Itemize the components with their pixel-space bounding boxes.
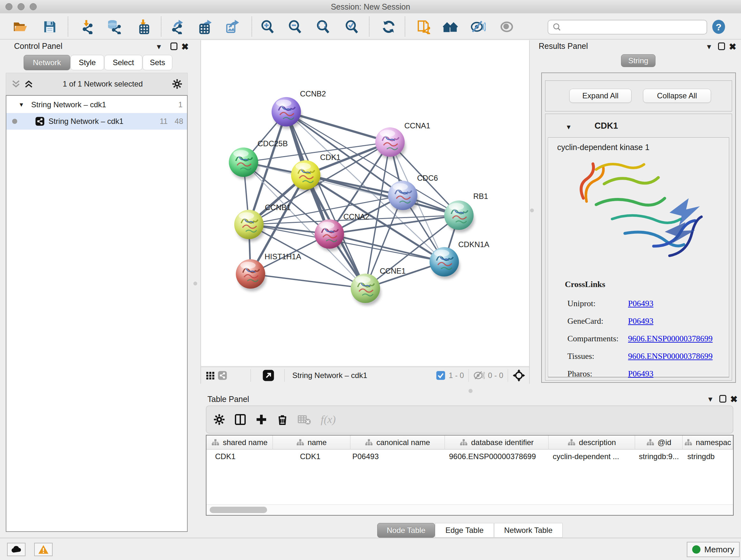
- node-label-CCNA1: CCNA1: [404, 121, 430, 130]
- zoom-out-button[interactable]: [287, 19, 302, 35]
- crosslink-value[interactable]: P06493: [628, 299, 653, 308]
- tab-edge-table[interactable]: Edge Table: [435, 523, 494, 538]
- add-column-icon[interactable]: [255, 413, 268, 426]
- edge-CCNA2-CDKN1A[interactable]: [329, 234, 444, 262]
- window-title: Session: New Session: [0, 2, 741, 11]
- results-panel-close-icon[interactable]: ✖: [729, 42, 736, 52]
- right-splitter-grip[interactable]: [530, 208, 534, 212]
- collapse-all-button[interactable]: Collapse All: [643, 89, 711, 103]
- node-CDC25B[interactable]: [229, 147, 259, 179]
- node-CDKN1A[interactable]: [429, 247, 460, 279]
- export-network-button[interactable]: [169, 19, 185, 35]
- refresh-button[interactable]: [381, 19, 396, 35]
- cell-name[interactable]: CDK1: [300, 452, 320, 461]
- tree-expander-icon[interactable]: ▼: [18, 102, 24, 108]
- node-HIST1H1A[interactable]: [236, 259, 266, 291]
- network-options-gear-icon[interactable]: [172, 78, 183, 90]
- results-panel-float-icon[interactable]: ▼: [705, 43, 713, 51]
- cell-namespac[interactable]: stringdb: [687, 452, 715, 461]
- node-CCNE1[interactable]: [351, 273, 381, 306]
- column-header-description[interactable]: description: [549, 435, 635, 449]
- eye-disabled-button: [499, 19, 515, 35]
- memory-button[interactable]: Memory: [687, 542, 740, 557]
- column-header-name[interactable]: name: [273, 435, 350, 449]
- node-label-CCNA2: CCNA2: [343, 212, 369, 221]
- zoom-selected-button[interactable]: [344, 19, 359, 35]
- import-database-button[interactable]: [106, 19, 121, 35]
- delete-column-icon[interactable]: [276, 413, 289, 426]
- cell-database-identifier[interactable]: 9606.ENSP00000378699: [449, 452, 536, 461]
- table-scrollbar-thumb[interactable]: [210, 507, 267, 513]
- control-panel-close-icon[interactable]: ✖: [181, 42, 189, 52]
- search-input[interactable]: [548, 20, 707, 35]
- export-table-button[interactable]: [197, 19, 212, 35]
- node-CCNA1[interactable]: [375, 127, 406, 159]
- cell-canonical-name[interactable]: P06493: [352, 452, 379, 461]
- selected-checkbox-icon[interactable]: [436, 371, 446, 380]
- table-panel-close-icon[interactable]: ✖: [730, 394, 738, 405]
- select-columns-icon[interactable]: [234, 413, 247, 426]
- expand-all-button[interactable]: Expand All: [569, 89, 631, 103]
- show-all-button[interactable]: [443, 19, 458, 35]
- help-button[interactable]: ?: [711, 19, 726, 35]
- tab-string[interactable]: String: [621, 54, 656, 67]
- table-horizontal-scrollbar[interactable]: [206, 504, 733, 515]
- open-file-button[interactable]: [13, 19, 28, 35]
- cell--id[interactable]: stringdb:9...: [639, 452, 679, 461]
- crosslink-value[interactable]: P06493: [628, 316, 653, 326]
- tab-select[interactable]: Select: [105, 55, 142, 70]
- fit-crosshair-icon[interactable]: [513, 369, 525, 382]
- crosslink-value[interactable]: 9606.ENSP00000378699: [628, 352, 713, 361]
- left-splitter-grip[interactable]: [193, 282, 197, 286]
- crosslink-value[interactable]: P06493: [628, 369, 653, 379]
- import-table-button[interactable]: [136, 19, 151, 35]
- edge-HIST1H1A-CCNE1[interactable]: [251, 274, 365, 288]
- table-panel-float-icon[interactable]: ▼: [707, 395, 714, 403]
- results-panel-maximize-icon[interactable]: [718, 43, 725, 50]
- crosslink-value[interactable]: 9606.ENSP00000378699: [628, 334, 713, 344]
- network-tree-row[interactable]: String Network – cdk1 11 48: [6, 113, 187, 130]
- gene-expander-icon[interactable]: ▼: [565, 124, 572, 131]
- collapse-all-icon[interactable]: [10, 78, 21, 89]
- node-CDC6[interactable]: [388, 181, 418, 212]
- node-label-RB1: RB1: [473, 192, 488, 200]
- column-header-namespac[interactable]: namespac: [683, 435, 733, 449]
- cell-shared-name[interactable]: CDK1: [215, 452, 235, 461]
- zoom-in-button[interactable]: [260, 19, 275, 35]
- edge-CCNB2-CCNE1[interactable]: [286, 112, 365, 288]
- import-network-button[interactable]: [79, 19, 94, 35]
- cloud-button[interactable]: [7, 543, 25, 556]
- column-header-database-identifier[interactable]: database identifier: [445, 435, 549, 449]
- tab-style[interactable]: Style: [71, 55, 104, 70]
- node-CCNA2[interactable]: [315, 219, 345, 251]
- tab-network[interactable]: Network: [23, 55, 70, 70]
- network-tree-collection-row[interactable]: ▼ String Network – cdk1 1: [6, 97, 187, 113]
- node-CDK1[interactable]: [291, 160, 321, 192]
- open-in-window-icon[interactable]: [262, 369, 274, 381]
- warning-button[interactable]: [34, 543, 53, 556]
- network-collection-count: 1: [179, 100, 183, 109]
- tab-network-table[interactable]: Network Table: [494, 523, 562, 538]
- table-gear-icon[interactable]: [213, 413, 226, 426]
- cell-description[interactable]: cyclin-dependent ...: [553, 452, 619, 461]
- tab-node-table[interactable]: Node Table: [377, 523, 435, 538]
- zoom-fit-button[interactable]: [315, 19, 331, 35]
- control-panel-float-icon[interactable]: ▼: [155, 43, 162, 51]
- column-header-shared-name[interactable]: shared name: [206, 435, 273, 449]
- network-share-gray-icon[interactable]: [218, 371, 227, 380]
- network-canvas[interactable]: CCNB2CCNA1CDC25BCDK1CDC6RB1CCNB1CCNA2CDK…: [201, 40, 529, 366]
- column-header--id[interactable]: @id: [635, 435, 683, 449]
- control-panel-maximize-icon[interactable]: [171, 43, 178, 50]
- expand-all-icon[interactable]: [23, 78, 34, 89]
- save-session-button[interactable]: [42, 19, 57, 35]
- export-image-button[interactable]: [225, 19, 240, 35]
- column-header-canonical-name[interactable]: canonical name: [350, 435, 445, 449]
- table-panel-maximize-icon[interactable]: [719, 395, 726, 402]
- node-label-CDC6: CDC6: [417, 174, 438, 182]
- node-RB1[interactable]: [444, 200, 475, 233]
- tab-sets[interactable]: Sets: [143, 55, 172, 70]
- horizontal-splitter-grip[interactable]: [468, 389, 473, 393]
- hide-selected-button[interactable]: [470, 19, 486, 35]
- clone-network-button[interactable]: [416, 19, 431, 35]
- birdseye-grid-icon[interactable]: [205, 371, 215, 380]
